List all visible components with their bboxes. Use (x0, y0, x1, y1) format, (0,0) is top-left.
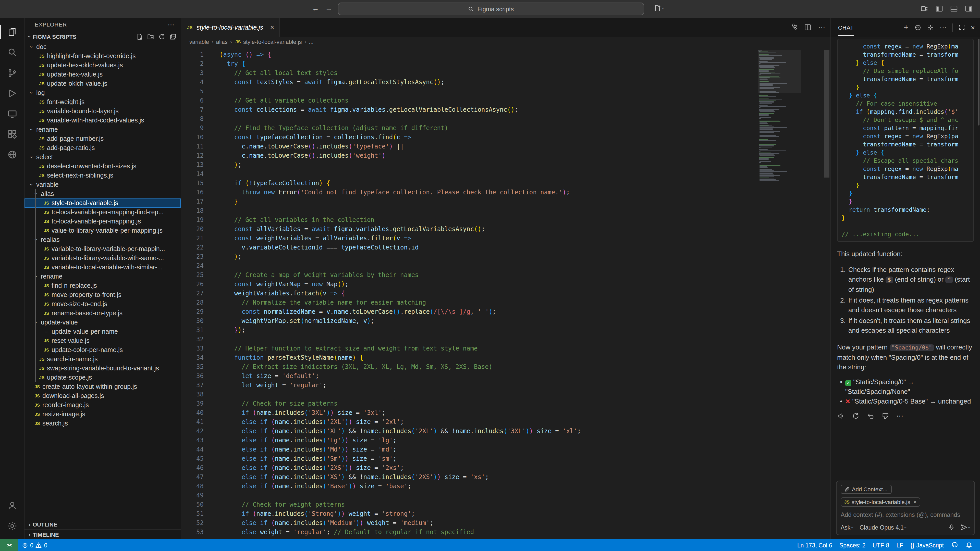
code-line[interactable]: 25 // Create a map of weight variables b… (181, 270, 830, 279)
tree-item-update-color-per-name-js[interactable]: JSupdate-color-per-name.js (24, 345, 181, 354)
copilot-status[interactable] (947, 539, 962, 551)
workspace-section-header[interactable]: › FIGMA SCRIPTS (24, 31, 181, 42)
mode-dropdown[interactable]: Ask› (841, 524, 853, 530)
code-line[interactable]: 5 (181, 87, 830, 96)
tree-item-update-value-per-name[interactable]: ≡update-value-per-name (24, 327, 181, 336)
code-line[interactable]: 10 const typefaceCollection = collection… (181, 133, 830, 142)
code-line[interactable]: 33 // Helper function to extract size an… (181, 344, 830, 353)
tree-item-style-to-local-variable-js[interactable]: JSstyle-to-local-variable.js (24, 198, 181, 208)
tree-folder-rename[interactable]: ›rename (24, 272, 181, 281)
code-line[interactable]: 4 const textStyles = await figma.getLoca… (181, 78, 830, 87)
model-dropdown[interactable]: Claude Opus 4.1› (859, 524, 907, 530)
code-line[interactable]: 1(async () => { (181, 50, 830, 59)
tree-folder-variable[interactable]: ›variable (24, 180, 181, 189)
code-line[interactable]: 51 if (name.includes('Strong')) weight =… (181, 509, 830, 518)
code-line[interactable]: 50 // Check for weight patterns (181, 500, 830, 509)
tree-item-update-hex-oklch-values-js[interactable]: JSupdate-hex-oklch-values.js (24, 61, 181, 70)
command-center-search[interactable]: Figma scripts (338, 3, 644, 15)
breadcrumb-item[interactable]: alias (216, 39, 228, 45)
tree-folder-realias[interactable]: ›realias (24, 235, 181, 245)
sidebar-item-source-control[interactable] (0, 63, 24, 83)
code-line[interactable]: 53 else weight = 'regular'; // Default t… (181, 527, 830, 537)
tree-item-move-size-to-end-js[interactable]: JSmove-size-to-end.js (24, 300, 181, 309)
code-line[interactable]: 44 else if (name.includes('Md')) size = … (181, 445, 830, 454)
code-line[interactable]: 43 else if (name.includes('Lg')) size = … (181, 436, 830, 445)
account-button[interactable] (0, 495, 24, 516)
remote-indicator[interactable]: >< (0, 539, 18, 551)
tab-chat[interactable]: CHAT (838, 19, 854, 35)
tree-item-find-n-replace-js[interactable]: JSfind-n-replace.js (24, 281, 181, 290)
tree-item-to-local-variable-per-mapping-js[interactable]: JSto-local-variable-per-mapping.js (24, 217, 181, 226)
refresh-icon[interactable] (158, 33, 165, 40)
encoding[interactable]: UTF-8 (869, 539, 893, 551)
tree-item-create-auto-layout-within-group-js[interactable]: JScreate-auto-layout-within-group.js (24, 382, 181, 391)
code-line[interactable]: 13 ); (181, 160, 830, 169)
code-line[interactable]: 15 if (!typefaceCollection) { (181, 179, 830, 188)
code-line[interactable]: 14 (181, 169, 830, 179)
tree-folder-rename[interactable]: ›rename (24, 125, 181, 134)
breadcrumb-item[interactable]: ... (309, 39, 313, 45)
notifications[interactable] (962, 539, 976, 551)
retry-icon[interactable] (852, 412, 859, 420)
sidebar-item-globe[interactable] (0, 144, 24, 165)
tab-style-to-local-variable[interactable]: JS style-to-local-variable.js × (181, 18, 280, 37)
code-line[interactable]: 39 // Check for size patterns (181, 399, 830, 408)
customize-layout-icon[interactable] (920, 5, 928, 13)
code-line[interactable]: 8 (181, 114, 830, 124)
tree-item-reset-value-js[interactable]: JSreset-value.js (24, 336, 181, 345)
code-line[interactable]: 21 const weightVariables = allVariables.… (181, 233, 830, 243)
indentation[interactable]: Spaces: 2 (836, 539, 869, 551)
tree-item-search-in-name-js[interactable]: JSsearch-in-name.js (24, 354, 181, 364)
collapse-all-icon[interactable] (169, 33, 177, 40)
outline-section[interactable]: › OUTLINE (24, 519, 181, 529)
send-icon[interactable] (960, 524, 968, 531)
tree-item-download-all-pages-js[interactable]: JSdownload-all-pages.js (24, 391, 181, 400)
code-line[interactable]: 52 else if (name.includes('Medium')) wei… (181, 518, 830, 527)
new-folder-icon[interactable] (147, 33, 154, 40)
code-line[interactable]: 38 (181, 390, 830, 399)
minimap-slider[interactable] (758, 50, 801, 93)
tree-item-resize-image-js[interactable]: JSresize-image.js (24, 410, 181, 419)
code-line[interactable]: 46 else if (name.includes('2XS')) size =… (181, 463, 830, 472)
code-line[interactable]: 31 }); (181, 326, 830, 335)
tree-item-variable-to-library-variable-per-mappin-[interactable]: JSvariable-to-library-variable-per-mappi… (24, 245, 181, 254)
breadcrumb-item[interactable]: style-to-local-variable.js (243, 39, 302, 45)
code-line[interactable]: 19 // Get all variables in the collectio… (181, 215, 830, 224)
tree-item-update-hex-value-js[interactable]: JSupdate-hex-value.js (24, 70, 181, 79)
code-line[interactable]: 47 else if (name.includes('XS') && !name… (181, 472, 830, 482)
code-line[interactable]: 48 else if (name.includes('Base')) size … (181, 482, 830, 491)
sidebar-item-explorer[interactable] (0, 22, 24, 42)
code-editor[interactable]: 1(async () => {2 try {3 // Get all local… (181, 47, 830, 539)
tree-item-reorder-image-js[interactable]: JSreorder-image.js (24, 400, 181, 410)
tree-item-swap-string-variable-bound-to-variant-js[interactable]: JSswap-string-variable-bound-to-variant.… (24, 364, 181, 373)
tree-item-rename-based-on-type-js[interactable]: JSrename-based-on-type.js (24, 309, 181, 318)
back-arrow-icon[interactable]: ← (310, 4, 321, 12)
settings-button[interactable] (0, 516, 24, 536)
code-line[interactable]: 18 (181, 206, 830, 215)
code-line[interactable]: 17 } (181, 197, 830, 206)
more-actions-icon[interactable]: ⋯ (896, 412, 904, 420)
more-actions-icon[interactable]: ⋯ (940, 23, 947, 32)
tree-item-move-property-to-front-js[interactable]: JSmove-property-to-front.js (24, 290, 181, 300)
chat-input-box[interactable]: Add Context... JS style-to-local-variabl… (836, 481, 975, 535)
tree-item-update-scope-js[interactable]: JSupdate-scope.js (24, 373, 181, 382)
new-file-icon[interactable] (136, 33, 143, 40)
toggle-panel-icon[interactable] (950, 5, 958, 13)
code-line[interactable]: 26 const weightVarMap = new Map(); (181, 279, 830, 289)
code-line[interactable]: 24 (181, 261, 830, 270)
code-line[interactable]: 30 weightVarMap.set(normalizedName, v); (181, 316, 830, 326)
code-line[interactable]: 2 try { (181, 59, 830, 68)
code-line[interactable]: 42 else if (name.includes('XL') && !name… (181, 427, 830, 436)
code-line[interactable]: 9 // Find the Typeface collection (adjus… (181, 124, 830, 133)
expand-icon[interactable] (959, 24, 965, 30)
code-line[interactable]: 11 c.name.toLowerCase().includes('typefa… (181, 142, 830, 151)
close-icon[interactable]: × (971, 23, 975, 32)
editor-scrollbar[interactable] (824, 50, 829, 178)
tree-folder-doc[interactable]: ›doc (24, 42, 181, 52)
eol-sequence[interactable]: LF (893, 539, 907, 551)
code-line[interactable]: 54 (181, 537, 830, 539)
tree-item-to-local-variable-per-mapping-find-rep-[interactable]: JSto-local-variable-per-mapping-find-rep… (24, 208, 181, 217)
toggle-primary-sidebar-icon[interactable] (935, 5, 943, 13)
settings-gear-icon[interactable] (927, 24, 934, 31)
sidebar-item-remote-explorer[interactable] (0, 103, 24, 124)
